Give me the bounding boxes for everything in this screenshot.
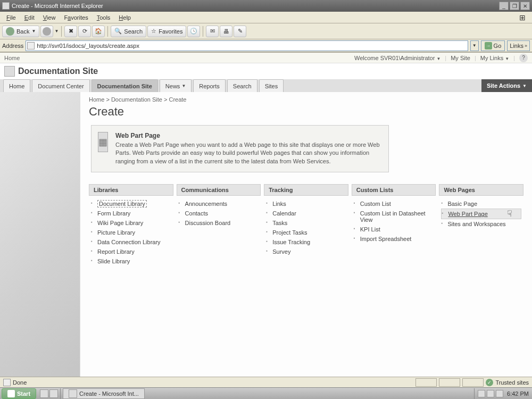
link-custom-list[interactable]: Custom List	[360, 201, 391, 207]
tray-icon[interactable]	[496, 390, 503, 397]
my-links-menu[interactable]: My Links ▼	[480, 55, 509, 61]
list-item[interactable]: Basic Page	[441, 199, 521, 209]
list-item[interactable]: Discussion Board	[179, 218, 259, 228]
link-import-spreadsheet[interactable]: Import Spreadsheet	[360, 236, 412, 242]
link-slide-library[interactable]: Slide Library	[97, 258, 130, 264]
link-basic-page[interactable]: Basic Page	[447, 201, 477, 207]
quick-launch-icon[interactable]	[40, 389, 48, 398]
close-button[interactable]: ✕	[520, 2, 530, 10]
go-button[interactable]: →Go	[481, 40, 505, 51]
list-item[interactable]: Calendar	[266, 209, 346, 218]
welcome-menu[interactable]: Welcome SVR01\Administrator ▼	[354, 55, 440, 61]
breadcrumb: Home > Documentation Site > Create	[89, 96, 523, 103]
list-item[interactable]: Announcements	[179, 199, 259, 209]
minimize-button[interactable]: _	[499, 2, 509, 10]
list-item[interactable]: Web Part Page	[441, 209, 521, 219]
list-item[interactable]: Sites and Workspaces	[441, 219, 521, 229]
list-item[interactable]: Wiki Page Library	[91, 218, 171, 228]
menu-view[interactable]: View	[39, 13, 60, 22]
list-item[interactable]: Contacts	[179, 209, 259, 218]
list-item[interactable]: Links	[266, 199, 346, 209]
category-libraries: Libraries Document Library Form Library …	[89, 184, 173, 266]
link-form-library[interactable]: Form Library	[97, 210, 130, 217]
list-item[interactable]: Custom List	[354, 199, 434, 209]
link-issue-tracking[interactable]: Issue Tracking	[272, 239, 310, 245]
link-wiki-page-library[interactable]: Wiki Page Library	[97, 220, 143, 226]
menu-tools[interactable]: Tools	[93, 13, 115, 22]
welcome-text: Welcome SVR01\Administrator	[354, 55, 435, 61]
link-contacts[interactable]: Contacts	[185, 210, 208, 217]
menu-favorites[interactable]: Favorites	[60, 13, 92, 22]
content-frame: Home Welcome SVR01\Administrator ▼ | My …	[0, 52, 532, 377]
link-sites-workspaces[interactable]: Sites and Workspaces	[447, 221, 505, 227]
list-item[interactable]: Custom List in Datasheet View	[354, 209, 434, 225]
list-item[interactable]: KPI List	[354, 225, 434, 234]
tray-icon[interactable]	[478, 390, 485, 397]
menu-file[interactable]: File	[2, 13, 20, 22]
list-item[interactable]: Survey	[266, 247, 346, 256]
link-document-library[interactable]: Document Library	[97, 200, 147, 207]
link-tasks[interactable]: Tasks	[272, 220, 287, 226]
link-survey[interactable]: Survey	[272, 248, 290, 255]
link-report-library[interactable]: Report Library	[97, 248, 135, 255]
link-project-tasks[interactable]: Project Tasks	[272, 229, 307, 236]
url-input[interactable]: http://svr01/isdocs/_layouts/create.aspx	[26, 40, 468, 51]
tray-icon[interactable]	[487, 390, 494, 397]
history-button[interactable]: 🕓	[187, 26, 200, 37]
list-item[interactable]: Form Library	[91, 209, 171, 218]
refresh-button[interactable]: ⟳	[78, 26, 91, 37]
link-picture-library[interactable]: Picture Library	[97, 229, 135, 236]
link-links[interactable]: Links	[272, 201, 286, 207]
tab-sites[interactable]: Sites	[259, 79, 284, 92]
favorites-button[interactable]: ☆Favorites	[147, 26, 186, 37]
link-calendar[interactable]: Calendar	[272, 210, 296, 217]
edit-button[interactable]: ✎	[234, 26, 246, 37]
menu-edit[interactable]: Edit	[20, 13, 39, 22]
menu-help[interactable]: Help	[114, 13, 135, 22]
maximize-button[interactable]: ❐	[510, 2, 519, 10]
search-button[interactable]: 🔍Search	[111, 26, 146, 37]
links-button[interactable]: Links»	[507, 40, 530, 51]
list-item[interactable]: Tasks	[266, 218, 346, 228]
tab-documentation-site[interactable]: Documentation Site	[92, 79, 158, 92]
list-item[interactable]: Report Library	[91, 247, 171, 256]
list-item[interactable]: Picture Library	[91, 228, 171, 237]
tab-reports[interactable]: Reports	[193, 79, 226, 92]
list-item[interactable]: Data Connection Library	[91, 237, 171, 247]
mail-button[interactable]: ✉	[206, 26, 219, 37]
link-web-part-page[interactable]: Web Part Page	[448, 211, 487, 217]
taskbar-button-ie[interactable]: Create - Microsoft Int...	[63, 388, 145, 399]
tab-home[interactable]: Home	[3, 79, 30, 92]
tab-label: Sites	[265, 83, 278, 89]
my-site-link[interactable]: My Site	[451, 55, 470, 61]
quick-launch-icon[interactable]	[49, 389, 58, 398]
start-button[interactable]: Start	[2, 388, 36, 399]
forward-dropdown-icon[interactable]: ▼	[54, 29, 59, 34]
breadcrumb-docsite[interactable]: Documentation Site	[111, 96, 162, 103]
url-dropdown-button[interactable]: ▼	[470, 40, 479, 51]
forward-button[interactable]	[40, 26, 53, 37]
list-item[interactable]: Issue Tracking	[266, 237, 346, 247]
link-data-connection-library[interactable]: Data Connection Library	[97, 239, 161, 245]
list-item[interactable]: Import Spreadsheet	[354, 234, 434, 244]
tab-search[interactable]: Search	[227, 79, 257, 92]
top-home-link[interactable]: Home	[4, 55, 20, 61]
back-button[interactable]: Back▼	[2, 26, 39, 37]
link-announcements[interactable]: Announcements	[185, 201, 228, 207]
stop-button[interactable]: ✖	[64, 26, 77, 37]
left-gutter	[0, 92, 80, 377]
link-discussion-board[interactable]: Discussion Board	[185, 220, 231, 226]
clock[interactable]: 6:42 PM	[507, 390, 529, 397]
tab-news[interactable]: News ▼	[160, 79, 192, 92]
list-item[interactable]: Slide Library	[91, 256, 171, 266]
breadcrumb-home[interactable]: Home	[89, 96, 104, 103]
list-item[interactable]: Project Tasks	[266, 228, 346, 237]
tab-document-center[interactable]: Document Center	[32, 79, 89, 92]
list-item[interactable]: Document Library	[91, 199, 171, 209]
help-icon[interactable]: ?	[519, 54, 528, 62]
site-actions-menu[interactable]: Site Actions ▼	[481, 79, 532, 92]
link-custom-list-datasheet[interactable]: Custom List in Datasheet View	[360, 210, 426, 223]
print-button[interactable]: 🖶	[220, 26, 232, 37]
home-button[interactable]: 🏠	[92, 26, 105, 37]
link-kpi-list[interactable]: KPI List	[360, 226, 380, 232]
